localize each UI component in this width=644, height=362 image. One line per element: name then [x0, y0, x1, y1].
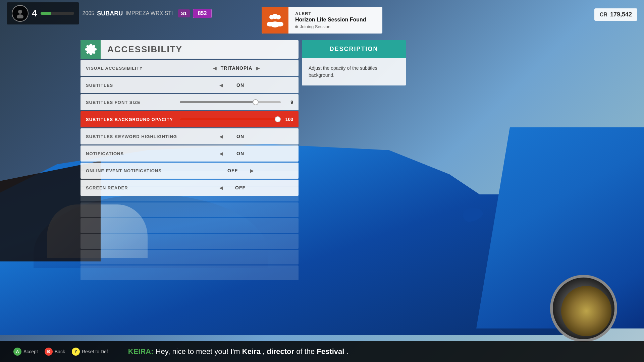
svg-point-1 [17, 14, 23, 18]
svg-point-6 [267, 22, 273, 26]
setting-control-notifications: ◀ ON [180, 151, 293, 156]
player-level: 4 [32, 8, 37, 19]
accessibility-title: ACCESSIBILITY [101, 44, 189, 55]
subtitle-text: KEIRA: Hey, nice to meet you! I'm Keira … [128, 347, 631, 356]
cr-display: CR 179,542 [594, 8, 637, 21]
description-panel: DESCRIPTION Adjust the opacity of the su… [302, 40, 406, 85]
arrow-left-notifications[interactable]: ◀ [219, 151, 223, 156]
alert-status-text: Joining Session [300, 24, 330, 29]
subtitle-intro: Hey, nice to meet you! I'm [156, 347, 242, 356]
subtitle-keira: Keira [242, 347, 261, 356]
cr-value: 179,542 [610, 11, 632, 18]
gear-icon [85, 44, 97, 56]
faded-row-3 [80, 202, 299, 217]
font-size-slider-track[interactable] [180, 101, 281, 103]
car-model: IMPREZA WRX STI [125, 10, 173, 16]
alert-icon-box [262, 7, 288, 34]
subtitle-festival: Festival [317, 347, 344, 356]
car-make: SUBARU [97, 10, 123, 17]
setting-row-online-notifications[interactable]: ONLINE EVENT NOTIFICATIONS OFF ▶ [80, 163, 299, 179]
setting-control-highlighting: ◀ ON [180, 134, 293, 139]
description-body: Adjust the opacity of the subtitles back… [302, 58, 406, 85]
alert-notification: ALERT Horizon Life Session Found Joining… [262, 7, 382, 34]
control-accept: A Accept [13, 348, 38, 356]
setting-control-font-size: 9 [180, 100, 293, 105]
reset-label: Reset to Def [82, 349, 108, 354]
opacity-slider-container[interactable]: 100 [180, 117, 293, 122]
player-avatar [12, 5, 29, 22]
font-size-value: 9 [285, 100, 293, 105]
alert-text-box: ALERT Horizon Life Session Found Joining… [288, 8, 382, 33]
setting-row-visual-accessibility[interactable]: VISUAL ACCESSIBILITY ◀ TRITANOPIA ▶ [80, 60, 299, 76]
setting-value-online-notifications: OFF [219, 168, 246, 173]
font-size-slider-container[interactable]: 9 [180, 100, 293, 105]
description-text: Adjust the opacity of the subtitles back… [309, 65, 399, 79]
xp-bar [41, 12, 74, 15]
opacity-slider-fill [180, 118, 281, 120]
setting-value-notifications: ON [227, 151, 254, 156]
setting-control-online-notifications: OFF ▶ [180, 168, 293, 173]
accept-label: Accept [23, 349, 38, 354]
setting-row-subtitles-font-size[interactable]: SUBTITLES FONT SIZE 9 [80, 94, 299, 110]
arrow-left-highlighting[interactable]: ◀ [219, 134, 223, 139]
setting-value-screen-reader: OFF [227, 185, 254, 190]
faded-row-7 [80, 265, 299, 280]
horizon-life-icon [267, 12, 283, 28]
description-title: DESCRIPTION [309, 46, 399, 53]
subtitle-director: director [267, 347, 294, 356]
opacity-value: 100 [285, 117, 293, 122]
control-reset: Y Reset to Def [72, 348, 108, 356]
arrow-left-visual[interactable]: ◀ [213, 65, 217, 71]
setting-row-keyword-highlighting[interactable]: SUBTITLES KEYWORD HIGHLIGHTING ◀ ON [80, 128, 299, 144]
setting-label-visual-accessibility: VISUAL ACCESSIBILITY [86, 66, 180, 71]
settings-list[interactable]: VISUAL ACCESSIBILITY ◀ TRITANOPIA ▶ SUBT… [80, 60, 299, 196]
faded-row-6 [80, 250, 299, 264]
subtitle-bar: A Accept B Back Y Reset to Def KEIRA: He… [0, 341, 644, 362]
setting-label-notifications: NOTIFICATIONS [86, 151, 180, 156]
pi-badge: 852 [193, 9, 212, 18]
faded-row-4 [80, 218, 299, 233]
button-y: Y [72, 348, 80, 356]
arrow-right-online-notifications[interactable]: ▶ [250, 168, 254, 173]
player-info: 4 [7, 2, 79, 24]
speaker-name: KEIRA: [128, 347, 154, 356]
xp-fill [41, 12, 51, 15]
cr-label: CR [600, 12, 607, 18]
arrow-left-subtitles[interactable]: ◀ [219, 82, 223, 88]
arrow-left-screen-reader[interactable]: ◀ [219, 185, 223, 190]
season-badge: S1 [178, 9, 190, 17]
subtitle-period: . [346, 347, 348, 356]
description-header: DESCRIPTION [302, 40, 406, 58]
setting-value-subtitles: ON [227, 82, 254, 88]
setting-row-screen-reader[interactable]: SCREEN READER ◀ OFF [80, 180, 299, 196]
font-size-slider-thumb[interactable] [253, 99, 259, 105]
opacity-slider-thumb[interactable] [275, 116, 281, 122]
alert-subtitle: Horizon Life Session Found [295, 17, 376, 23]
settings-panel: ACCESSIBILITY VISUAL ACCESSIBILITY ◀ TRI… [80, 40, 299, 196]
setting-row-notifications[interactable]: NOTIFICATIONS ◀ ON [80, 145, 299, 162]
setting-label-font-size: SUBTITLES FONT SIZE [86, 100, 180, 105]
font-size-slider-fill [180, 101, 256, 103]
svg-point-0 [18, 10, 22, 14]
setting-label-opacity: SUBTITLES BACKGROUND OPACITY [86, 117, 180, 122]
setting-control-visual-accessibility: ◀ TRITANOPIA ▶ [180, 65, 293, 71]
alert-status: Joining Session [295, 24, 376, 29]
controls-row: A Accept B Back Y Reset to Def [13, 348, 108, 356]
setting-label-subtitles: SUBTITLES [86, 83, 180, 88]
setting-value-highlighting: ON [227, 134, 254, 139]
setting-row-subtitles[interactable]: SUBTITLES ◀ ON [80, 77, 299, 93]
svg-point-4 [272, 14, 278, 19]
gear-icon-box [80, 40, 101, 59]
setting-row-subtitle-opacity[interactable]: SUBTITLES BACKGROUND OPACITY 100 [80, 111, 299, 127]
button-b: B [45, 348, 53, 356]
setting-label-highlighting: SUBTITLES KEYWORD HIGHLIGHTING [86, 134, 180, 139]
opacity-slider-track[interactable] [180, 118, 281, 120]
subtitle-of-the: of the [296, 347, 317, 356]
arrow-right-visual[interactable]: ▶ [256, 65, 260, 71]
setting-control-opacity: 100 [180, 117, 293, 122]
car-wheel-right [550, 275, 617, 342]
faded-row-5 [80, 234, 299, 249]
wheel-rim [561, 286, 611, 336]
alert-title: ALERT [295, 11, 376, 16]
svg-point-7 [277, 22, 283, 26]
